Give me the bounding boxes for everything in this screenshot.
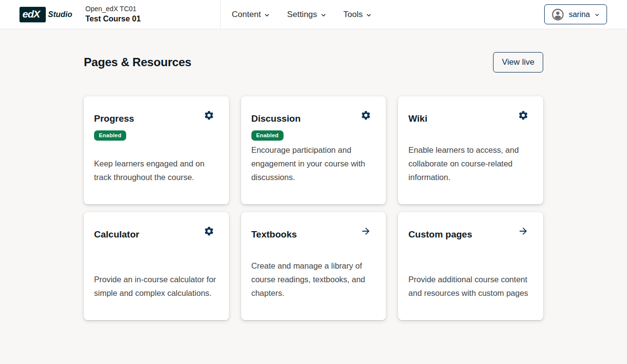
card-title: Discussion (251, 109, 301, 124)
card-description: Create and manage a library of course re… (251, 259, 375, 300)
nav-content-dropdown[interactable]: Content (232, 7, 270, 22)
card-title: Wiki (408, 109, 427, 124)
chevron-down-icon (264, 12, 270, 18)
card-custom-pages[interactable]: Custom pages Provide additional course c… (398, 212, 543, 320)
nav-settings-dropdown[interactable]: Settings (287, 7, 326, 22)
nav-settings-label: Settings (287, 10, 317, 19)
edx-studio-logo[interactable]: edX Studio (19, 7, 72, 22)
view-live-button[interactable]: View live (493, 52, 543, 73)
card-textbooks[interactable]: Textbooks Create and manage a library of… (241, 212, 386, 320)
course-org-number: Open_edX TC01 (85, 5, 141, 14)
card-top: Custom pages (408, 225, 532, 240)
card-description: Encourage participation and engagement i… (251, 143, 375, 184)
settings-icon[interactable] (203, 109, 215, 122)
settings-icon[interactable] (517, 109, 530, 122)
card-calculator[interactable]: Calculator Provide an in-course calculat… (84, 212, 229, 320)
nav-tools-label: Tools (343, 10, 363, 19)
chevron-down-icon (366, 12, 372, 18)
studio-header: edX Studio Open_edX TC01 Test Course 01 … (0, 0, 627, 29)
page-header: Pages & Resources View live (84, 52, 543, 73)
card-description: Provide an in-course calculator for simp… (94, 273, 217, 300)
card-discussion[interactable]: Discussion Enabled Encourage participati… (241, 96, 386, 204)
card-top: Discussion (251, 109, 375, 124)
card-top: Textbooks (251, 225, 375, 240)
nav-content-label: Content (232, 10, 261, 19)
arrow-forward-icon[interactable] (360, 225, 372, 237)
card-description: Provide additional course content and re… (408, 273, 532, 300)
header-divider (220, 0, 221, 29)
page-title: Pages & Resources (84, 55, 191, 69)
resource-cards-grid: Progress Enabled Keep learners engaged a… (84, 96, 543, 320)
pages-resources-page: Pages & Resources View live Progress Ena… (0, 52, 627, 320)
card-progress[interactable]: Progress Enabled Keep learners engaged a… (84, 96, 229, 204)
edx-logo-mark: edX (19, 7, 46, 22)
avatar-icon (551, 8, 564, 21)
card-title: Calculator (94, 225, 139, 240)
card-wiki[interactable]: Wiki Enable learners to access, and coll… (398, 96, 543, 204)
course-info: Open_edX TC01 Test Course 01 (85, 5, 141, 24)
user-menu-button[interactable]: sarina (544, 4, 607, 24)
main-nav: Content Settings Tools (232, 7, 372, 22)
settings-icon[interactable] (203, 225, 215, 237)
card-top: Wiki (408, 109, 532, 124)
status-badge: Enabled (94, 130, 126, 141)
arrow-forward-icon[interactable] (517, 225, 530, 237)
nav-tools-dropdown[interactable]: Tools (343, 7, 372, 22)
username: sarina (569, 10, 590, 19)
card-top: Calculator (94, 225, 217, 240)
settings-icon[interactable] (360, 109, 372, 122)
chevron-down-icon (594, 12, 600, 18)
course-title: Test Course 01 (85, 14, 141, 24)
card-top: Progress (94, 109, 217, 124)
status-badge: Enabled (251, 130, 284, 141)
card-title: Textbooks (251, 225, 297, 240)
card-description: Enable learners to access, and collabora… (408, 143, 532, 184)
chevron-down-icon (321, 12, 326, 18)
card-description: Keep learners engaged and on track throu… (94, 157, 217, 184)
studio-logo-text: Studio (48, 10, 73, 19)
card-title: Progress (94, 109, 134, 124)
card-title: Custom pages (408, 225, 472, 240)
